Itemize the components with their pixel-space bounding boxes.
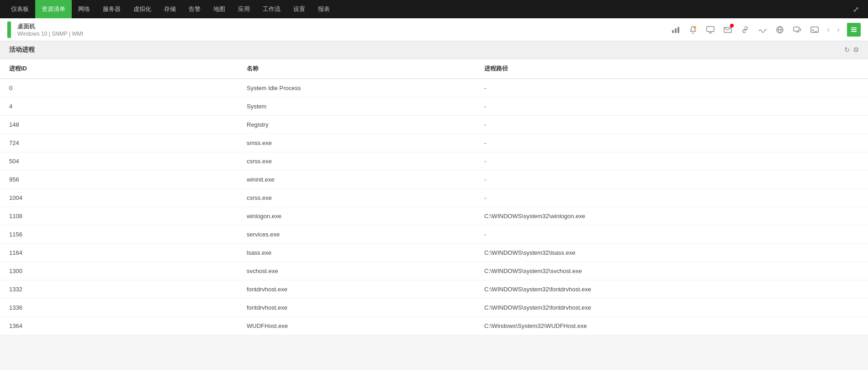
col-header-path: 进程路径 [475, 59, 868, 79]
table-row: 724smss.exe- [0, 134, 868, 152]
top-navigation: 仪表板 资源清单 网络 服务器 虚拟化 存储 告警 地图 应用 工作流 设置 报… [0, 0, 868, 18]
cell-pid: 0 [0, 79, 238, 97]
cell-pid: 1004 [0, 189, 238, 207]
cell-path: - [475, 134, 868, 152]
cell-pid: 1156 [0, 225, 238, 244]
cell-path: C:\WINDOWS\system32\fontdrvhost.exe [475, 280, 868, 299]
svg-rect-2 [677, 27, 679, 33]
table-row: 956wininit.exe- [0, 171, 868, 189]
nav-server[interactable]: 服务器 [96, 0, 127, 18]
col-header-pid: 进程ID [0, 59, 238, 79]
section-header: 活动进程 ↻ ⚙ [0, 41, 868, 59]
prev-arrow[interactable]: ‹ [825, 25, 831, 34]
nav-report[interactable]: 报表 [312, 0, 336, 18]
table-row: 4System- [0, 97, 868, 116]
nav-map[interactable]: 地图 [207, 0, 232, 18]
table-row: 1108winlogon.exeC:\WINDOWS\system32\winl… [0, 207, 868, 225]
table-row: 148Registry- [0, 116, 868, 134]
cell-path: - [475, 189, 868, 207]
cell-name: wininit.exe [238, 171, 475, 189]
cell-path: - [475, 97, 868, 116]
nav-virtualization[interactable]: 虚拟化 [127, 0, 158, 18]
cell-path: - [475, 116, 868, 134]
table-row: 1300svchost.exeC:\WINDOWS\system32\svcho… [0, 262, 868, 280]
remote-icon[interactable] [790, 23, 804, 37]
cell-name: smss.exe [238, 134, 475, 152]
link-icon[interactable] [738, 23, 752, 37]
cell-name: svchost.exe [238, 262, 475, 280]
process-table-container: 进程ID 名称 进程路径 0System Idle Process-4Syste… [0, 59, 868, 335]
cell-name: lsass.exe [238, 244, 475, 262]
cell-path: - [475, 171, 868, 189]
nav-workflow[interactable]: 工作流 [256, 0, 287, 18]
table-row: 1364WUDFHost.exeC:\Windows\System32\WUDF… [0, 317, 868, 335]
cell-path: C:\WINDOWS\system32\fontdrvhost.exe [475, 299, 868, 317]
header-icons: ‹ › [669, 23, 861, 37]
cell-name: services.exe [238, 225, 475, 244]
section-actions: ↻ ⚙ [844, 46, 859, 54]
nav-dashboard[interactable]: 仪表板 [5, 0, 35, 18]
refresh-icon[interactable]: ↻ [844, 46, 850, 54]
cell-name: fontdrvhost.exe [238, 280, 475, 299]
cell-pid: 1336 [0, 299, 238, 317]
nav-app[interactable]: 应用 [232, 0, 256, 18]
table-header-row: 进程ID 名称 进程路径 [0, 59, 868, 79]
table-row: 1332fontdrvhost.exeC:\WINDOWS\system32\f… [0, 280, 868, 299]
settings-icon[interactable]: ⚙ [853, 46, 859, 54]
cell-path: C:\WINDOWS\system32\winlogon.exe [475, 207, 868, 225]
table-row: 1164lsass.exeC:\WINDOWS\system32\lsass.e… [0, 244, 868, 262]
table-row: 1004csrss.exe- [0, 189, 868, 207]
cell-path: - [475, 225, 868, 244]
cell-pid: 1300 [0, 262, 238, 280]
svg-rect-1 [675, 28, 677, 33]
cell-name: winlogon.exe [238, 207, 475, 225]
cell-name: csrss.exe [238, 152, 475, 171]
nav-storage[interactable]: 存储 [158, 0, 182, 18]
cell-name: Registry [238, 116, 475, 134]
cell-path: C:\Windows\System32\WUDFHost.exe [475, 317, 868, 335]
cell-name: csrss.exe [238, 189, 475, 207]
svg-rect-4 [707, 27, 714, 32]
globe-icon[interactable] [773, 23, 787, 37]
cell-pid: 1332 [0, 280, 238, 299]
nav-network[interactable]: 网络 [72, 0, 96, 18]
monitor-icon[interactable] [704, 23, 717, 37]
sub-header: 桌面机 Windows 10 | SNMP | WMI [0, 18, 868, 41]
table-row: 504csrss.exe- [0, 152, 868, 171]
cell-name: System [238, 97, 475, 116]
terminal-icon[interactable] [808, 23, 821, 37]
cell-pid: 504 [0, 152, 238, 171]
table-row: 0System Idle Process- [0, 79, 868, 97]
cell-pid: 1108 [0, 207, 238, 225]
cell-name: System Idle Process [238, 79, 475, 97]
chart-icon[interactable] [669, 23, 683, 37]
nav-settings[interactable]: 设置 [287, 0, 312, 18]
mail-icon[interactable] [721, 23, 735, 37]
bell-icon[interactable] [686, 23, 700, 37]
cell-pid: 1364 [0, 317, 238, 335]
cell-name: WUDFHost.exe [238, 317, 475, 335]
cell-pid: 956 [0, 171, 238, 189]
col-header-name: 名称 [238, 59, 475, 79]
table-row: 1156services.exe- [0, 225, 868, 244]
cell-path: C:\WINDOWS\system32\lsass.exe [475, 244, 868, 262]
cell-path: - [475, 79, 868, 97]
hamburger-menu[interactable] [847, 23, 861, 37]
signal-icon[interactable] [756, 23, 769, 37]
device-color-bar [7, 21, 11, 38]
cell-pid: 148 [0, 116, 238, 134]
cell-path: C:\WINDOWS\system32\svchost.exe [475, 262, 868, 280]
cell-pid: 724 [0, 134, 238, 152]
device-info: 桌面机 Windows 10 | SNMP | WMI [7, 21, 83, 38]
process-table: 进程ID 名称 进程路径 0System Idle Process-4Syste… [0, 59, 868, 335]
cell-name: fontdrvhost.exe [238, 299, 475, 317]
svg-point-3 [693, 26, 696, 29]
cell-pid: 4 [0, 97, 238, 116]
nav-inventory[interactable]: 资源清单 [35, 0, 72, 18]
svg-rect-9 [794, 27, 799, 31]
expand-icon[interactable]: ⤢ [848, 5, 863, 14]
device-meta: Windows 10 | SNMP | WMI [17, 31, 83, 37]
nav-alert[interactable]: 告警 [182, 0, 207, 18]
mail-badge [730, 24, 734, 27]
next-arrow[interactable]: › [835, 25, 842, 34]
